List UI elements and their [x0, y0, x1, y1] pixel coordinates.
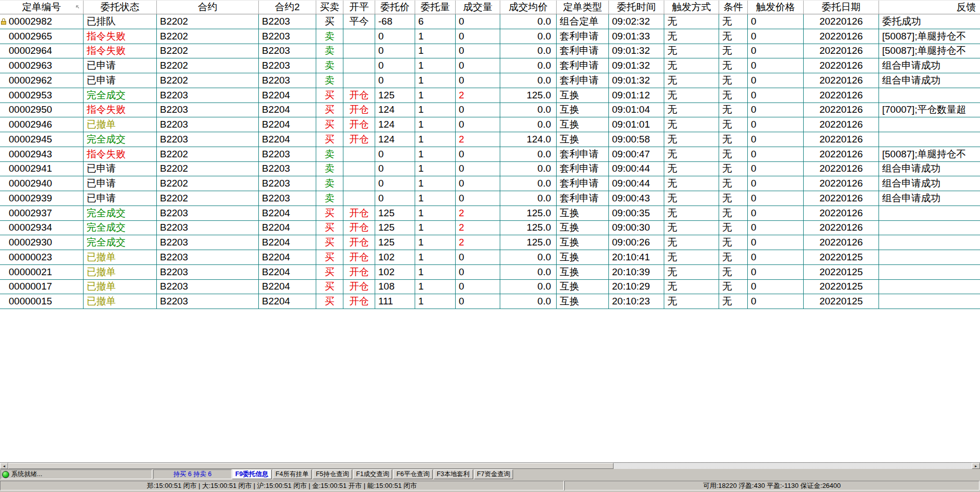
cell-order_qty: 1 — [415, 280, 456, 294]
cell-text: 20220125 — [820, 281, 863, 292]
cell-text: 组合申请成功 — [882, 74, 941, 87]
order-row[interactable]: 00002939已申请B2202B2203卖0100.0套利申请09:00:43… — [0, 191, 980, 206]
scrollbar-thumb[interactable] — [8, 463, 614, 469]
scroll-right-button[interactable]: ► — [972, 463, 980, 469]
column-header-order_time[interactable]: 委托时间 — [609, 1, 664, 14]
order-row[interactable]: 00000021已撤单B2203B2204买开仓102100.0互换20:10:… — [0, 265, 980, 280]
cell-order_type: 互换 — [557, 117, 609, 132]
cell-text: 09:00:26 — [612, 237, 650, 248]
cell-text: 102 — [378, 252, 395, 263]
order-row[interactable]: 00000017已撤单B2203B2204买开仓108100.0互换20:10:… — [0, 280, 980, 295]
tab-F1成交查询[interactable]: F1成交查询 — [353, 469, 393, 479]
order-row[interactable]: 00002941已申请B2202B2203卖0100.0套利申请09:00:44… — [0, 162, 980, 177]
cell-order_id: 00002940 — [0, 176, 84, 191]
column-header-order_id[interactable]: 定单编号 — [0, 1, 84, 14]
tab-F7资金查询[interactable]: F7资金查询 — [474, 469, 514, 479]
order-row[interactable]: 00002982已排队B2202B2203买平今-68600.0组合定单09:0… — [0, 14, 980, 29]
column-header-trigger_price[interactable]: 触发价格 — [748, 1, 804, 14]
cell-text: 套利申请 — [560, 44, 599, 57]
column-header-open_close[interactable]: 开平 — [343, 1, 375, 14]
order-row[interactable]: 00002965指令失败B2202B2203卖0100.0套利申请09:01:3… — [0, 29, 980, 44]
order-row[interactable]: 00000015已撤单B2203B2204买开仓111100.0互换20:10:… — [0, 294, 980, 309]
column-header-side[interactable]: 买卖 — [316, 1, 343, 14]
tab-F3本地套利[interactable]: F3本地套利 — [434, 469, 473, 479]
cell-filled_qty: 0 — [456, 117, 500, 132]
order-row[interactable]: 00002950指令失败B2203B2204买开仓124100.0互换09:01… — [0, 103, 980, 118]
cell-text: 20220126 — [820, 60, 863, 71]
cell-order_price: 102 — [375, 250, 415, 264]
cell-contract: B2202 — [157, 73, 259, 88]
column-header-feedback[interactable]: 反馈 — [879, 1, 980, 14]
order-row[interactable]: 00002946已撤单B2203B2204买开仓124100.0互换09:01:… — [0, 117, 980, 132]
cell-feedback — [879, 88, 980, 102]
column-header-trigger_mode[interactable]: 触发方式 — [664, 1, 719, 14]
cell-text: 套利申请 — [560, 148, 599, 161]
cell-text: 0 — [459, 104, 464, 115]
cell-text: 卖 — [325, 74, 335, 87]
cell-order_qty: 1 — [415, 206, 456, 220]
cell-text: 无 — [722, 74, 732, 87]
cell-order_type: 互换 — [557, 221, 609, 235]
order-row[interactable]: 00002953完全成交B2203B2204买开仓12512125.0互换09:… — [0, 88, 980, 103]
order-row[interactable]: 00002943指令失败B2202B2203卖0100.0套利申请09:00:4… — [0, 147, 980, 162]
column-header-contract[interactable]: 合约 — [157, 1, 259, 14]
cell-text: B2202 — [160, 31, 188, 42]
order-row[interactable]: 00002934完全成交B2203B2204买开仓12512125.0互换09:… — [0, 221, 980, 236]
horizontal-scrollbar[interactable]: ◄ ► — [0, 462, 980, 469]
cell-text: 09:01:04 — [612, 104, 650, 115]
order-row[interactable]: 00002963已申请B2202B2203卖0100.0套利申请09:01:32… — [0, 58, 980, 73]
column-header-filled_qty[interactable]: 成交量 — [456, 1, 500, 14]
order-row[interactable]: 00002940已申请B2202B2203卖0100.0套利申请09:00:44… — [0, 176, 980, 191]
cell-text: 0 — [378, 193, 384, 204]
cell-text: 125 — [378, 90, 395, 101]
cell-text: 套利申请 — [560, 74, 599, 87]
cell-condition: 无 — [719, 14, 748, 29]
cell-contract: B2203 — [157, 250, 259, 264]
cell-text: 开仓 — [350, 118, 369, 131]
cell-text: 无 — [667, 44, 677, 57]
cell-text: 开仓 — [350, 221, 369, 234]
column-header-status[interactable]: 委托状态 — [84, 1, 157, 14]
cell-text: 20220125 — [820, 252, 863, 263]
cell-order_price: 124 — [375, 103, 415, 117]
cell-text: B2204 — [262, 266, 290, 278]
tab-F6平仓查询[interactable]: F6平仓查询 — [393, 469, 433, 479]
column-header-contract2[interactable]: 合约2 — [259, 1, 316, 14]
column-header-order_price[interactable]: 委托价 — [375, 1, 415, 14]
cell-text: 无 — [722, 280, 732, 293]
cell-contract: B2203 — [157, 103, 259, 117]
cell-condition: 无 — [719, 88, 748, 102]
column-header-avg_price[interactable]: 成交均价 — [500, 1, 557, 14]
column-header-order_date[interactable]: 委托日期 — [804, 1, 879, 14]
order-row[interactable]: 00002964指令失败B2202B2203卖0100.0套利申请09:01:3… — [0, 44, 980, 59]
cell-side: 买 — [316, 294, 343, 309]
cell-contract2: B2204 — [259, 250, 316, 264]
cell-avg_price: 0.0 — [500, 250, 557, 264]
column-header-order_type[interactable]: 定单类型 — [557, 1, 609, 14]
tab-F9委托信息[interactable]: F9委托信息 — [232, 469, 272, 479]
cell-text: 00002940 — [9, 178, 52, 189]
order-row[interactable]: 00002930完全成交B2203B2204买开仓12512125.0互换09:… — [0, 235, 980, 250]
order-row[interactable]: 00002937完全成交B2203B2204买开仓12512125.0互换09:… — [0, 206, 980, 221]
column-header-label: 触发方式 — [672, 1, 711, 14]
cell-condition: 无 — [719, 29, 748, 44]
cell-text: 无 — [722, 295, 732, 308]
cell-text: 互换 — [560, 207, 579, 220]
cell-text: 00002982 — [9, 16, 52, 27]
cell-text: 买 — [325, 236, 335, 249]
cell-text: 买 — [325, 221, 335, 234]
scroll-left-button[interactable]: ◄ — [0, 463, 8, 469]
order-row[interactable]: 00002945完全成交B2203B2204买开仓12412124.0互换09:… — [0, 132, 980, 147]
tab-F5持仓查询[interactable]: F5持仓查询 — [313, 469, 352, 479]
tab-F4所有挂单[interactable]: F4所有挂单 — [273, 469, 312, 479]
cell-trigger_mode: 无 — [664, 44, 719, 58]
cell-order_time: 09:01:32 — [609, 44, 664, 58]
cell-text: 125.0 — [526, 222, 551, 233]
column-header-order_qty[interactable]: 委托量 — [415, 1, 456, 14]
cell-order_qty: 1 — [415, 294, 456, 309]
cell-open_close: 开仓 — [343, 265, 375, 279]
order-row[interactable]: 00000023已撤单B2203B2204买开仓102100.0互换20:10:… — [0, 250, 980, 265]
order-row[interactable]: 00002962已申请B2202B2203卖0100.0套利申请09:01:32… — [0, 73, 980, 88]
column-header-condition[interactable]: 条件 — [719, 1, 748, 14]
cell-text: 0 — [751, 222, 757, 233]
